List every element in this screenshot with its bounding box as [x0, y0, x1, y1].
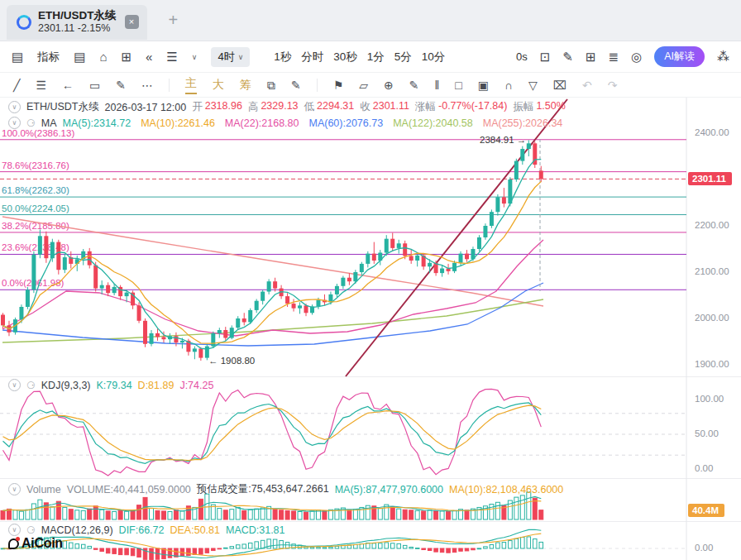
ma-value-4: MA(122):2040.58	[393, 117, 473, 129]
ohlc-info-row: ∨ ETH/USDT永续 2026-03-17 12:00 开2318.96 高…	[8, 100, 566, 114]
volume-indicator-row: ∨ Volume VOLUME:40,441,059.0000 预估成交量:75…	[8, 482, 563, 496]
chart-canvas[interactable]: 100.0%(2386.13)78.6%(2316.76)61.8%(2262.…	[0, 0, 741, 560]
svg-text:← 1908.80: ← 1908.80	[208, 356, 255, 366]
change-value: -0.77%(-17.84)	[438, 100, 507, 114]
price-axis-label: 2100.00	[695, 266, 729, 276]
svg-text:50.0%(2224.05): 50.0%(2224.05)	[2, 203, 69, 213]
aicoin-mark-icon	[8, 538, 19, 549]
kdj-j-value: J:74.25	[179, 380, 213, 391]
volume-ma5: MA(5):87,477,970.6000	[335, 484, 443, 495]
kdj-axis-label: 100.00	[695, 394, 724, 404]
volume-value: VOLUME:40,441,059.0000	[67, 484, 191, 495]
macd-axis-label: 0.00	[695, 543, 713, 553]
info-datetime: 2026-03-17 12:00	[105, 102, 187, 113]
info-symbol: ETH/USDT永续	[26, 100, 99, 114]
macd-indicator-row: ∨ ⚆ MACD(12,26,9) DIF:66.72 DEA:50.81 MA…	[8, 524, 285, 536]
volume-estimate: 预估成交量:75,453,647.2661	[197, 482, 329, 496]
collapse-volume-icon[interactable]: ∨	[8, 483, 21, 495]
price-axis-label: 2400.00	[695, 127, 729, 137]
macd-dif-value: DIF:66.72	[119, 524, 165, 536]
collapse-main-icon[interactable]: ∨	[8, 101, 21, 113]
amplitude-value: 1.50%	[536, 100, 565, 114]
svg-text:61.8%(2262.30): 61.8%(2262.30)	[2, 185, 69, 195]
close-value: 2301.11	[373, 100, 409, 114]
collapse-macd-icon[interactable]: ∨	[8, 524, 21, 536]
macd-name: MACD(12,26,9)	[41, 524, 113, 536]
collapse-kdj-icon[interactable]: ∨	[8, 379, 21, 391]
collapse-ma-icon[interactable]: ∨	[8, 117, 21, 129]
kdj-alert-bell-icon[interactable]: ⚆	[26, 380, 36, 391]
open-value: 2318.96	[205, 100, 242, 114]
svg-text:78.6%(2316.76): 78.6%(2316.76)	[2, 160, 69, 170]
kdj-indicator-row: ∨ ⚆ KDJ(9,3,3) K:79.34 D:81.89 J:74.25	[8, 379, 213, 391]
ma-value-5: MA(255):2026.34	[483, 117, 563, 129]
macd-value: MACD:31.81	[226, 524, 285, 536]
price-axis-label: 2000.00	[695, 313, 729, 323]
ma-name: MA	[41, 117, 57, 129]
aicoin-chart-window: 100.0%(2386.13)78.6%(2316.76)61.8%(2262.…	[0, 0, 741, 560]
macd-alert-bell-icon[interactable]: ⚆	[26, 524, 36, 536]
kdj-k-value: K:79.34	[97, 380, 132, 391]
aicoin-watermark: AiCoin	[8, 536, 63, 551]
high-value: 2329.13	[261, 100, 298, 114]
ma-indicator-row: ∨ ⚆ MA MA(5):2314.72MA(10):2261.46MA(22)…	[8, 117, 562, 129]
volume-ma10: MA(10):82,108,463.6000	[449, 484, 563, 495]
kdj-d-value: D:81.89	[138, 380, 174, 391]
kdj-axis-label: 0.00	[695, 463, 713, 473]
svg-text:2384.91 →: 2384.91 →	[480, 135, 526, 145]
low-value: 2294.31	[317, 100, 354, 114]
macd-dea-value: DEA:50.81	[170, 524, 220, 536]
current-price-badge: 2301.11	[688, 172, 732, 185]
kdj-axis-label: 50.00	[695, 428, 719, 438]
price-axis-label: 1900.00	[695, 359, 729, 369]
kdj-name: KDJ(9,3,3)	[41, 380, 91, 391]
price-axis-label: 2200.00	[695, 220, 729, 230]
ma-alert-bell-icon[interactable]: ⚆	[26, 117, 36, 129]
current-volume-badge: 40.4M	[688, 504, 724, 517]
ma-value-0: MA(5):2314.72	[63, 117, 131, 129]
aicoin-logo-text: AiCoin	[22, 536, 63, 551]
ma-value-3: MA(60):2076.73	[308, 117, 383, 129]
svg-text:100.0%(2386.13): 100.0%(2386.13)	[2, 128, 74, 138]
volume-name: Volume	[26, 484, 61, 495]
ma-value-2: MA(22):2168.80	[225, 117, 299, 129]
ma-value-1: MA(10):2261.46	[141, 117, 215, 129]
